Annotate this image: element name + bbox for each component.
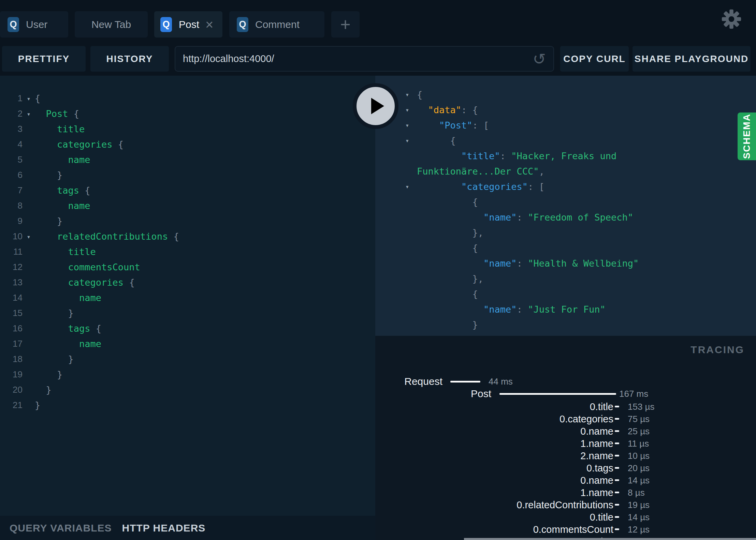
fold-gutter xyxy=(375,225,417,240)
tracing-field-value: 10 µs xyxy=(628,450,650,462)
tracing-field-label: 0.name xyxy=(580,474,613,486)
prettify-button[interactable]: PRETTIFY xyxy=(2,46,86,72)
tracing-field-label: 1.name xyxy=(580,486,613,499)
fold-arrow-icon[interactable]: ▾ xyxy=(23,233,35,240)
query-editor-line[interactable]: 21} xyxy=(0,397,375,413)
tracing-field-value: 20 µs xyxy=(628,462,650,474)
line-number: 3 xyxy=(0,124,23,134)
query-editor-line[interactable]: 5 name xyxy=(0,152,375,167)
add-tab-button[interactable]: + xyxy=(331,11,360,38)
tracing-field-value: 14 µs xyxy=(628,511,650,523)
response-code: } xyxy=(417,317,478,332)
tab-comment[interactable]: Q Comment xyxy=(229,11,324,38)
horizontal-scrollbar[interactable] xyxy=(464,538,756,540)
tracing-field-row: 0.title14 µs xyxy=(375,511,756,523)
refresh-schema-icon[interactable]: ↺ xyxy=(533,51,546,67)
graphql-playground-window: Q User New Tab Q Post × Q Comment + xyxy=(0,0,756,540)
fold-gutter xyxy=(375,256,417,271)
query-editor-line[interactable]: 2▾ Post { xyxy=(0,106,375,121)
fold-gutter xyxy=(375,194,417,210)
tracing-post-row: Post 167 ms xyxy=(375,388,756,400)
close-icon[interactable]: × xyxy=(205,18,213,31)
line-number: 5 xyxy=(0,154,23,165)
tab-user[interactable]: Q User xyxy=(0,11,68,38)
line-number: 6 xyxy=(0,170,23,180)
tracing-field-row: 0.commentsCount12 µs xyxy=(375,523,756,536)
line-number: 7 xyxy=(0,185,23,196)
query-code: tags { xyxy=(35,185,90,196)
tracing-duration-bar xyxy=(615,528,619,530)
line-number: 9 xyxy=(0,216,23,226)
query-editor-lines: 1▾{2▾ Post {3 title4 categories {5 name6… xyxy=(0,91,375,413)
query-editor-line[interactable]: 6 } xyxy=(0,167,375,183)
tracing-field-row: 2.name10 µs xyxy=(375,450,756,462)
query-editor-line[interactable]: 20 } xyxy=(0,382,375,397)
query-editor-line[interactable]: 15 } xyxy=(0,305,375,321)
query-editor-line[interactable]: 18 } xyxy=(0,351,375,367)
tracing-duration-bar xyxy=(615,406,619,407)
share-playground-button[interactable]: SHARE PLAYGROUND xyxy=(633,46,751,72)
tracing-field-row: 0.categories75 µs xyxy=(375,413,756,425)
endpoint-url-value[interactable]: http://localhost:4000/ xyxy=(183,53,533,64)
response-code: }, xyxy=(417,271,483,286)
tracing-field-value: 11 µs xyxy=(628,437,649,450)
response-line: ▾ "Post": [ xyxy=(375,118,756,133)
line-number: 14 xyxy=(0,292,23,303)
settings-gear-icon[interactable] xyxy=(721,8,742,30)
line-number: 20 xyxy=(0,385,23,395)
tracing-field-value: 153 µs xyxy=(628,401,655,413)
schema-side-tab[interactable]: SCHEMA xyxy=(738,112,756,160)
line-number: 16 xyxy=(0,323,23,334)
response-code: "data": { xyxy=(417,102,478,118)
fold-arrow-icon[interactable]: ▾ xyxy=(23,95,35,102)
line-number: 2 xyxy=(0,108,23,119)
query-editor-line[interactable]: 14 name xyxy=(0,290,375,305)
tab-new-tab[interactable]: New Tab xyxy=(75,11,148,38)
response-code: { xyxy=(417,133,456,148)
fold-arrow-icon[interactable]: ▾ xyxy=(375,179,417,194)
response-line: ▾{ xyxy=(375,87,756,102)
tracing-field-row: 1.name8 µs xyxy=(375,486,756,499)
query-variables-tab[interactable]: QUERY VARIABLES xyxy=(10,522,112,534)
response-line: "name": "Freedom of Speech" xyxy=(375,210,756,225)
query-editor-line[interactable]: 13 categories { xyxy=(0,275,375,290)
execute-query-button[interactable] xyxy=(353,83,398,129)
query-editor-line[interactable]: 3 title xyxy=(0,121,375,137)
query-editor-line[interactable]: 1▾{ xyxy=(0,91,375,106)
query-editor-line[interactable]: 4 categories { xyxy=(0,137,375,152)
fold-arrow-icon[interactable]: ▾ xyxy=(375,133,417,148)
query-editor-line[interactable]: 10▾ relatedContributions { xyxy=(0,229,375,244)
query-editor-line[interactable]: 11 title xyxy=(0,244,375,259)
line-number: 21 xyxy=(0,400,23,410)
query-code: { xyxy=(35,93,40,104)
schema-tab-label: SCHEMA xyxy=(741,114,752,159)
query-editor-line[interactable]: 9 } xyxy=(0,213,375,229)
tracing-field-value: 14 µs xyxy=(628,474,650,486)
query-editor-pane[interactable]: 1▾{2▾ Post {3 title4 categories {5 name6… xyxy=(0,76,375,516)
query-editor-line[interactable]: 19 } xyxy=(0,367,375,382)
query-editor-line[interactable]: 16 tags { xyxy=(0,321,375,336)
response-line: }, xyxy=(375,225,756,240)
tracing-field-label: 0.categories xyxy=(559,413,613,425)
tracing-field-row: 0.title153 µs xyxy=(375,401,756,413)
query-editor-line[interactable]: 17 name xyxy=(0,336,375,351)
query-code: Post { xyxy=(35,108,79,119)
fold-gutter xyxy=(375,240,417,256)
query-badge-icon: Q xyxy=(237,17,248,32)
line-number: 13 xyxy=(0,277,23,288)
http-headers-tab[interactable]: HTTP HEADERS xyxy=(122,522,206,534)
copy-curl-button[interactable]: COPY CURL xyxy=(560,46,629,72)
query-code: } xyxy=(35,216,62,226)
history-button[interactable]: HISTORY xyxy=(90,46,169,72)
tracing-field-row: 0.relatedContributions19 µs xyxy=(375,499,756,511)
query-editor-line[interactable]: 12 commentsCount xyxy=(0,259,375,275)
fold-arrow-icon[interactable]: ▾ xyxy=(23,110,35,118)
query-editor-line[interactable]: 8 name xyxy=(0,198,375,213)
tab-label: User xyxy=(26,19,47,30)
tab-post[interactable]: Q Post × xyxy=(154,11,222,38)
query-editor-line[interactable]: 7 tags { xyxy=(0,183,375,198)
line-number: 19 xyxy=(0,369,23,380)
response-code: { xyxy=(417,240,478,256)
endpoint-url-input[interactable]: http://localhost:4000/ ↺ xyxy=(175,46,554,72)
play-icon xyxy=(371,98,384,114)
